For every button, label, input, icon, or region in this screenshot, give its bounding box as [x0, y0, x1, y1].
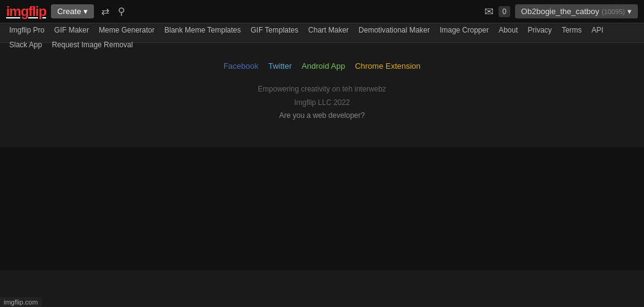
nav-chart-maker[interactable]: Chart Maker	[304, 23, 353, 37]
nav-blank-meme-templates[interactable]: Blank Meme Templates	[160, 23, 246, 37]
social-links: FacebookTwitterAndroid AppChrome Extensi…	[223, 61, 421, 71]
facebook-link[interactable]: Facebook	[223, 61, 258, 71]
secondary-nav: Imgflip ProGIF MakerMeme GeneratorBlank …	[0, 23, 644, 43]
user-points: (10095)	[602, 8, 625, 15]
twitter-link[interactable]: Twitter	[268, 61, 292, 71]
search-icon: ⚲	[118, 6, 125, 17]
nav-meme-generator[interactable]: Meme Generator	[95, 23, 159, 37]
nav-imgflip-pro[interactable]: Imgflip Pro	[5, 23, 48, 37]
shuffle-button[interactable]: ⇄	[99, 4, 112, 18]
main-content: FacebookTwitterAndroid AppChrome Extensi…	[0, 43, 644, 135]
logo-img-text: img	[6, 4, 28, 19]
notification-count[interactable]: 0	[499, 6, 510, 17]
nav-gif-templates[interactable]: GIF Templates	[246, 23, 303, 37]
username: Ob2bogie_the_catboy	[521, 7, 599, 16]
logo-flip-text: flip	[28, 4, 46, 19]
page-url: imgflip.com	[0, 297, 42, 307]
nav-demotivational-maker[interactable]: Demotivational Maker	[354, 23, 434, 37]
chrome-link[interactable]: Chrome Extension	[355, 61, 421, 71]
dropdown-icon: ▾	[83, 7, 88, 16]
developer-link[interactable]: Are you a web developer?	[279, 111, 365, 120]
android-link[interactable]: Android App	[301, 61, 345, 71]
nav-image-cropper[interactable]: Image Cropper	[435, 23, 493, 37]
nav-api[interactable]: API	[588, 23, 608, 37]
user-menu-button[interactable]: Ob2bogie_the_catboy (10095) ▾	[515, 4, 638, 18]
search-button[interactable]: ⚲	[115, 4, 128, 18]
create-button[interactable]: Create ▾	[51, 4, 94, 18]
footer-text: Empowering creativity on teh interwebz I…	[258, 83, 386, 123]
shuffle-icon: ⇄	[101, 6, 109, 17]
nav-slack-app[interactable]: Slack App	[5, 38, 46, 52]
user-dropdown-icon: ▾	[627, 7, 632, 16]
nav-privacy[interactable]: Privacy	[524, 23, 556, 37]
tagline: Empowering creativity on teh interwebz	[258, 83, 386, 96]
nav-request-image-removal[interactable]: Request Image Removal	[47, 38, 137, 52]
topbar: imgflip Create ▾ ⇄ ⚲ ✉ 0 Ob2bogie_the_ca…	[0, 0, 644, 23]
nav-about[interactable]: About	[494, 23, 522, 37]
logo[interactable]: imgflip	[6, 4, 46, 20]
create-label: Create	[57, 7, 81, 16]
nav-gif-maker[interactable]: GIF Maker	[50, 23, 93, 37]
copyright: Imgflip LLC 2022	[258, 96, 386, 110]
dark-area	[0, 147, 644, 270]
mail-icon[interactable]: ✉	[484, 5, 494, 18]
nav-terms[interactable]: Terms	[557, 23, 586, 37]
